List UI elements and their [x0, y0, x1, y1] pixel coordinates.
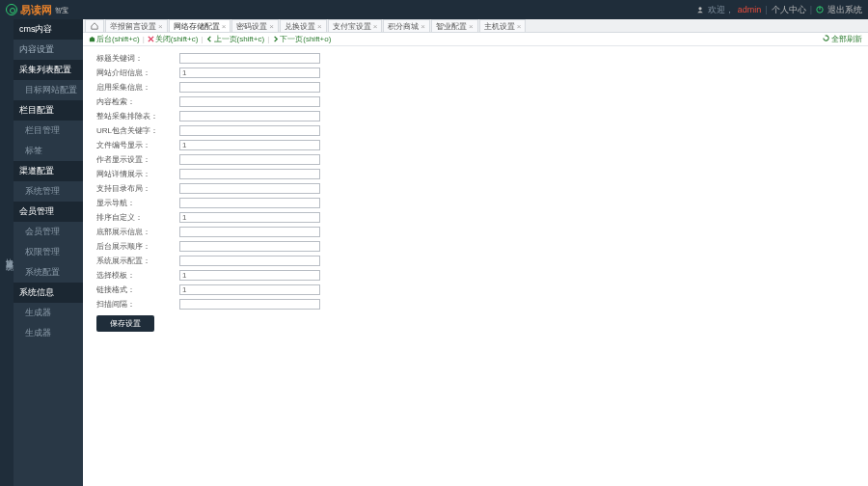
toolbar-item-3[interactable]: 下一页(shift+o)	[272, 34, 331, 44]
field-input-3[interactable]	[179, 96, 320, 107]
field-input-16[interactable]	[179, 284, 320, 295]
field-label: 底部展示信息：	[96, 227, 179, 237]
field-label: 网站详情展示：	[96, 169, 179, 179]
tab-label: 举报留言设置	[110, 21, 156, 32]
close-icon[interactable]: ×	[420, 22, 425, 31]
sidebar-item-11[interactable]: 权限管理	[14, 242, 83, 262]
field-input-15[interactable]	[179, 270, 320, 281]
close-icon[interactable]: ×	[469, 22, 474, 31]
close-icon[interactable]: ×	[269, 22, 274, 31]
close-icon[interactable]: ×	[517, 22, 522, 31]
field-input-0[interactable]	[179, 53, 320, 64]
tab-7[interactable]: 智业配置×	[431, 19, 478, 32]
form-row-0: 标题关键词：	[96, 52, 854, 64]
form-row-9: 支持目录布局：	[96, 182, 854, 194]
tab-label: 支付宝设置	[333, 21, 371, 32]
tab-6[interactable]: 积分商城×	[383, 19, 430, 32]
field-input-6[interactable]	[179, 140, 320, 150]
sidebar-item-10[interactable]: 会员管理	[14, 222, 83, 242]
sidebar-item-12[interactable]: 系统配置	[14, 262, 83, 283]
field-label: 文件编号显示：	[96, 140, 179, 150]
toolbar-label: 上一页(shift+c)	[214, 34, 265, 44]
form-row-4: 整站采集排除表：	[96, 110, 854, 122]
form-row-13: 后台展示顺序：	[96, 240, 854, 252]
field-input-1[interactable]	[179, 68, 320, 78]
welcome-label: 欢迎，	[708, 4, 734, 16]
form-area: 标题关键词：网站介绍信息：启用采集信息：内容检索：整站采集排除表：URL包含关键…	[83, 46, 868, 486]
topbar: 易读网 智宝 欢迎， admin | 个人中心 | 退出系统	[0, 0, 868, 19]
toolbar-label: 下一页(shift+o)	[280, 34, 331, 44]
tab-5[interactable]: 支付宝设置×	[328, 19, 383, 32]
brand-name: 易读网	[20, 3, 52, 17]
field-label: 链接格式：	[96, 284, 179, 295]
sidebar-item-14[interactable]: 生成器	[14, 303, 83, 323]
sidebar-item-9[interactable]: 会员管理	[14, 202, 83, 222]
toolbar-icon-1	[148, 36, 154, 42]
toolbar-item-0[interactable]: 后台(shift+c)	[89, 34, 140, 44]
tab-1[interactable]: 举报留言设置×	[105, 19, 168, 32]
home-icon	[91, 22, 98, 30]
field-input-13[interactable]	[179, 241, 320, 252]
tabs-bar: 举报留言设置×网络存储配置×密码设置×兑换设置×支付宝设置×积分商城×智业配置×…	[83, 19, 868, 33]
tab-8[interactable]: 主机设置×	[479, 19, 527, 32]
form-row-2: 启用采集信息：	[96, 81, 854, 93]
sidebar-item-6[interactable]: 标签	[14, 141, 83, 161]
toolbar-item-1[interactable]: 关闭(shift+c)	[148, 34, 199, 44]
tab-2[interactable]: 网络存储配置×	[169, 19, 231, 32]
toolbar-item-2[interactable]: 上一页(shift+c)	[206, 34, 265, 44]
field-label: 启用采集信息：	[96, 82, 179, 93]
form-row-5: URL包含关键字：	[96, 124, 854, 136]
sidebar-item-13[interactable]: 系统信息	[14, 283, 83, 303]
field-input-5[interactable]	[179, 125, 320, 136]
form-row-16: 链接格式：	[96, 284, 854, 295]
field-input-9[interactable]	[179, 183, 320, 194]
form-row-15: 选择模板：	[96, 269, 854, 281]
sidebar-item-7[interactable]: 渠道配置	[14, 161, 83, 181]
sidebar-item-2[interactable]: 采集列表配置	[14, 60, 83, 80]
field-label: 内容检索：	[96, 96, 179, 107]
logout-link[interactable]: 退出系统	[827, 4, 862, 16]
field-input-14[interactable]	[179, 256, 320, 266]
sidebar-item-1[interactable]: 内容设置	[14, 40, 83, 60]
field-input-4[interactable]	[179, 111, 320, 122]
field-input-7[interactable]	[179, 154, 320, 165]
brand: 易读网 智宝	[6, 3, 83, 17]
tab-3[interactable]: 密码设置×	[231, 19, 279, 32]
field-input-11[interactable]	[179, 212, 320, 223]
sidebar-item-8[interactable]: 系统管理	[14, 181, 83, 202]
toolbar-label: 后台(shift+c)	[96, 34, 140, 44]
refresh-link[interactable]: 全部刷新	[823, 34, 862, 44]
sidebar-item-0[interactable]: cms内容	[14, 19, 83, 40]
form-row-17: 扫描间隔：	[96, 298, 854, 310]
close-icon[interactable]: ×	[222, 22, 227, 31]
tab-label: 兑换设置	[285, 21, 315, 32]
account-link[interactable]: 个人中心	[772, 4, 806, 16]
submit-button[interactable]: 保存设置	[96, 315, 154, 332]
field-label: 排序自定义：	[96, 212, 179, 223]
toolbar-label: 关闭(shift+c)	[155, 34, 199, 44]
close-icon[interactable]: ×	[158, 22, 163, 31]
close-icon[interactable]: ×	[317, 22, 322, 31]
close-icon[interactable]: ×	[373, 22, 378, 31]
tab-label: 智业配置	[436, 21, 467, 32]
sidebar-item-15[interactable]: 生成器	[14, 323, 83, 343]
user-icon	[696, 6, 704, 14]
toolbar-icon-2	[206, 36, 213, 42]
tab-4[interactable]: 兑换设置×	[280, 19, 327, 32]
sidebar-item-4[interactable]: 栏目配置	[14, 100, 83, 121]
sidebar-item-3[interactable]: 目标网站配置	[14, 80, 83, 100]
tab-0[interactable]	[85, 19, 104, 32]
field-input-8[interactable]	[179, 169, 320, 179]
field-input-10[interactable]	[179, 198, 320, 208]
field-label: 支持目录布局：	[96, 183, 179, 194]
content: 举报留言设置×网络存储配置×密码设置×兑换设置×支付宝设置×积分商城×智业配置×…	[83, 19, 868, 486]
field-input-17[interactable]	[179, 299, 320, 310]
field-input-2[interactable]	[179, 82, 320, 93]
field-label: 整站采集排除表：	[96, 111, 179, 122]
topbar-right: 欢迎， admin | 个人中心 | 退出系统	[696, 4, 862, 16]
field-input-12[interactable]	[179, 227, 320, 237]
form-row-7: 作者显示设置：	[96, 153, 854, 165]
sidebar-item-5[interactable]: 栏目管理	[14, 121, 83, 141]
field-label: 网站介绍信息：	[96, 68, 179, 78]
svg-point-0	[698, 7, 701, 10]
